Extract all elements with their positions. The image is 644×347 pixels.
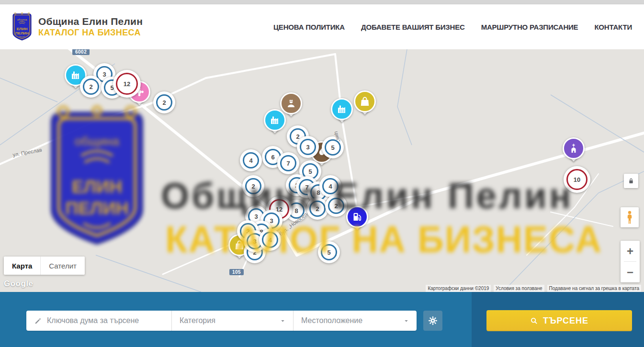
worker-icon	[285, 98, 297, 109]
lock-button[interactable]	[624, 174, 638, 188]
zoom-control: + −	[621, 241, 640, 282]
map-cluster[interactable]: 2	[80, 76, 102, 98]
gear-icon	[428, 315, 438, 326]
pegman-button[interactable]	[621, 207, 639, 227]
factory-icon	[336, 103, 348, 115]
cluster-count: 2	[296, 133, 299, 140]
chevron-down-icon	[404, 318, 409, 324]
cluster-count: 4	[328, 183, 332, 190]
crest-line1: община	[17, 18, 27, 21]
map-type-control: Карта Сателит	[4, 257, 85, 275]
map-cluster[interactable]: 4	[319, 175, 341, 197]
site-title: Община Елин Пелин	[38, 16, 143, 27]
cluster-count: 5	[331, 144, 334, 151]
keyword-field-wrap	[26, 311, 171, 331]
cluster-count: 7	[286, 160, 290, 167]
street-label: ул. Преслав	[12, 147, 43, 158]
road-shield-label: 105	[229, 269, 244, 275]
nav-add-business[interactable]: ДОБАВЕТЕ ВАШИЯТ БИЗНЕС	[361, 23, 465, 31]
map-cluster[interactable]: 2	[153, 91, 175, 113]
chevron-down-icon	[280, 318, 285, 324]
pin-circle	[331, 98, 353, 120]
pin-circle	[264, 109, 286, 131]
attribution-terms-link[interactable]: Условия за ползване	[494, 285, 544, 292]
search-fields: Категория Местоположение	[26, 311, 417, 331]
cluster-count: 5	[327, 249, 330, 256]
cluster-count: 8	[294, 207, 298, 214]
map[interactable]: 3251222356475227848122233832345106002105…	[0, 49, 644, 292]
cluster-count: 2	[334, 202, 338, 210]
cluster-count: 3	[270, 217, 273, 224]
map-attribution: Картографски данни ©2019 Условия за полз…	[426, 285, 641, 292]
map-markers: 3251222356475227848122233832345106002105…	[0, 49, 644, 292]
factory-pin[interactable]	[264, 109, 286, 136]
cluster-count: 3	[102, 71, 106, 78]
pencil-icon	[34, 317, 42, 325]
advanced-settings-button[interactable]	[423, 311, 442, 331]
nav-pricing[interactable]: ЦЕНОВА ПОЛИТИКА	[273, 23, 345, 31]
category-placeholder: Категория	[180, 316, 215, 325]
church-icon	[568, 143, 579, 154]
pegman-icon	[624, 210, 635, 224]
map-cluster[interactable]: 2	[242, 175, 264, 197]
cluster-count: 2	[89, 83, 92, 90]
cluster-count: 3	[253, 238, 256, 245]
cluster-count: 2	[162, 99, 166, 106]
cluster-count: 4	[268, 236, 271, 244]
google-logo[interactable]: Google	[4, 279, 34, 289]
search-icon	[530, 317, 538, 325]
attribution-report-link[interactable]: Подаване на сигнал за грешка в картата	[547, 285, 641, 292]
fuel-icon	[351, 211, 363, 223]
fuel-pin[interactable]	[346, 206, 368, 233]
site-subtitle: КАТАЛОГ НА БИЗНЕСА	[38, 28, 143, 38]
top-strip	[0, 0, 644, 4]
cluster-count: 10	[574, 176, 580, 183]
nav-contacts[interactable]: КОНТАКТИ	[594, 23, 632, 31]
cluster-count: 5	[308, 168, 312, 175]
site-logo[interactable]: община ЕЛИН ПЕЛИН Община Елин Пелин КАТА…	[11, 12, 143, 41]
location-select-wrap: Местоположение	[293, 311, 417, 331]
pin-circle	[346, 206, 368, 228]
category-select-wrap: Категория	[171, 311, 293, 331]
location-select[interactable]: Местоположение	[294, 316, 417, 325]
zoom-in-button[interactable]: +	[621, 241, 640, 261]
map-cluster[interactable]: 10	[564, 166, 590, 193]
pin-circle	[354, 90, 376, 112]
cluster-count: 3	[306, 144, 309, 151]
cluster-count: 12	[124, 80, 130, 88]
map-cluster[interactable]: 3	[297, 136, 319, 158]
attribution-copyright: Картографски данни ©2019	[426, 285, 491, 292]
municipality-crest-logo: община ЕЛИН ПЕЛИН	[11, 12, 34, 41]
cluster-count: 2	[316, 205, 319, 213]
road-shield-label: 6002	[72, 49, 90, 55]
crest-line2: ЕЛИН	[17, 27, 28, 31]
page: община ЕЛИН ПЕЛИН Община Елин Пелин КАТА…	[0, 0, 644, 347]
cluster-count: 2	[251, 183, 255, 190]
zoom-out-button[interactable]: −	[621, 262, 640, 282]
search-button-label: ТЪРСЕНЕ	[543, 316, 588, 326]
map-cluster[interactable]: 2	[325, 195, 347, 217]
bag-pin[interactable]	[354, 90, 376, 117]
pin-circle	[563, 137, 585, 159]
map-cluster[interactable]: 7	[277, 152, 299, 174]
map-type-satellite-button[interactable]: Сателит	[40, 257, 85, 275]
factory-pin[interactable]	[331, 98, 353, 125]
map-cluster[interactable]: 12	[113, 70, 141, 98]
search-button[interactable]: ТЪРСЕНЕ	[486, 310, 632, 331]
bag-icon	[359, 96, 371, 107]
factory-icon	[269, 114, 281, 126]
map-type-map-button[interactable]: Карта	[4, 257, 40, 275]
nav-route-schedule[interactable]: МАРШРУТНО РАЗПИСАНИЕ	[481, 23, 578, 31]
location-placeholder: Местоположение	[301, 316, 362, 325]
main-nav: ЦЕНОВА ПОЛИТИКА ДОБАВЕТЕ ВАШИЯТ БИЗНЕС М…	[273, 4, 632, 49]
factory-icon	[70, 69, 81, 81]
map-cluster[interactable]: 5	[318, 241, 340, 263]
keyword-input[interactable]	[47, 316, 171, 325]
cluster-count: 4	[249, 157, 252, 164]
church-pin[interactable]	[563, 137, 585, 164]
category-select[interactable]: Категория	[172, 316, 293, 325]
cluster-count: 3	[254, 213, 258, 220]
map-cluster[interactable]: 4	[240, 149, 262, 171]
crest-line3: ПЕЛИН	[15, 31, 29, 35]
search-bar: Категория Местоположение ТЪРСЕНЕ	[0, 292, 644, 347]
